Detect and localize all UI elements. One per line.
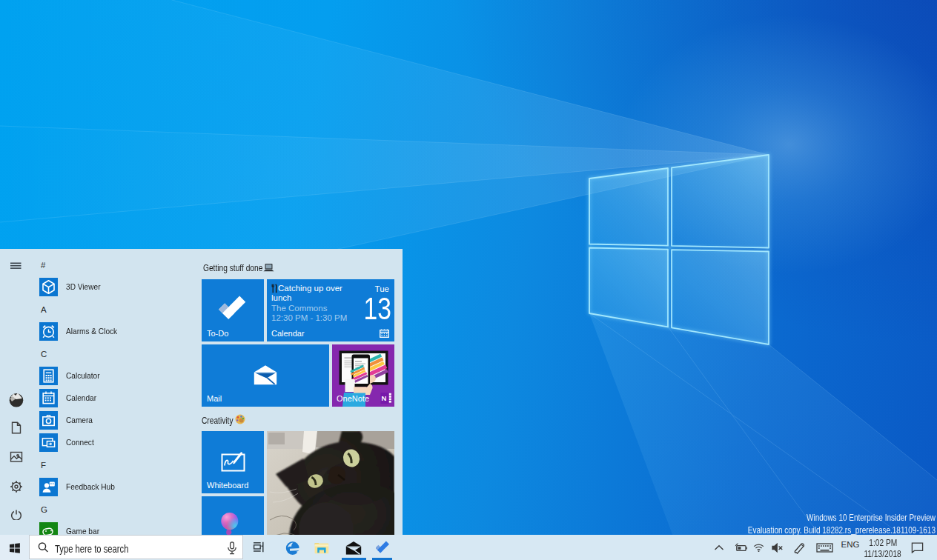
svg-text:N: N: [381, 394, 386, 402]
